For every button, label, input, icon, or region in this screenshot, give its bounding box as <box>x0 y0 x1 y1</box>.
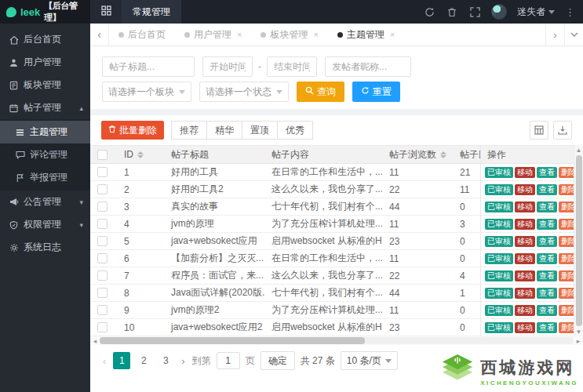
flag-button-2[interactable]: 精华 <box>206 121 242 140</box>
move-button[interactable]: 移动 <box>515 167 535 178</box>
refresh-icon[interactable] <box>423 5 435 18</box>
sidebar-item-users[interactable]: 用户管理 <box>0 51 90 74</box>
sort-icon[interactable] <box>137 151 144 158</box>
view-button[interactable]: 查看 <box>537 201 557 212</box>
delete-button[interactable]: 删除 <box>559 288 574 299</box>
view-button[interactable]: 查看 <box>537 219 557 230</box>
search-button[interactable]: 查询 <box>297 82 344 102</box>
page-button-3[interactable]: 3 <box>157 352 174 369</box>
delete-button[interactable]: 删除 <box>559 167 574 178</box>
end-time-input[interactable] <box>267 56 317 77</box>
sidebar-item-comments[interactable]: 评论管理 <box>0 143 90 166</box>
move-button[interactable]: 移动 <box>515 288 535 299</box>
flag-button-3[interactable]: 置顶 <box>242 121 278 140</box>
tab-home[interactable]: 后台首页 <box>109 24 175 45</box>
scroll-right-icon[interactable]: ▸ <box>574 337 583 345</box>
delete-button[interactable]: 删除 <box>559 305 574 316</box>
sidebar-item-logs[interactable]: 系统日志 <box>0 236 90 259</box>
vertical-scroll-thumb[interactable] <box>576 155 582 326</box>
page-size-select[interactable]: 10 条/页 <box>341 351 398 370</box>
audit-button[interactable]: 已审核 <box>485 253 513 264</box>
move-button[interactable]: 移动 <box>515 184 535 195</box>
clear-cache-icon[interactable] <box>446 5 458 18</box>
audit-button[interactable]: 已审核 <box>485 201 513 212</box>
row-checkbox[interactable] <box>97 236 107 246</box>
status-select[interactable]: 请选择一个状态 <box>199 82 289 102</box>
tab-boards[interactable]: 板块管理× <box>251 24 327 45</box>
next-page-button[interactable]: › <box>180 355 186 367</box>
row-checkbox[interactable] <box>97 270 107 281</box>
topnav-item-general[interactable]: 常规管理 <box>122 0 181 24</box>
scroll-up-icon[interactable]: ▲ <box>576 145 582 154</box>
sort-icon[interactable] <box>440 151 446 158</box>
horizontal-scroll-track[interactable] <box>100 337 574 344</box>
row-checkbox[interactable] <box>97 322 107 332</box>
tab-close-icon[interactable]: × <box>313 30 318 39</box>
view-button[interactable]: 查看 <box>537 288 557 299</box>
flag-button-4[interactable]: 优秀 <box>277 121 313 140</box>
row-checkbox[interactable] <box>97 201 107 212</box>
batch-delete-button[interactable]: 批量删除 <box>101 121 164 140</box>
view-button[interactable]: 查看 <box>537 236 557 247</box>
column-header[interactable]: 帖子浏览数 <box>382 148 453 162</box>
page-button-1[interactable]: 1 <box>113 352 130 369</box>
columns-filter-icon[interactable] <box>530 121 548 140</box>
view-button[interactable]: 查看 <box>537 270 557 281</box>
tabs-scroll-left[interactable]: ‹ <box>90 24 109 45</box>
post-title-input[interactable] <box>102 56 195 77</box>
audit-button[interactable]: 已审核 <box>485 184 513 195</box>
delete-button[interactable]: 删除 <box>559 322 574 333</box>
vertical-scrollbar[interactable]: ▲ ▼ <box>574 145 583 336</box>
move-button[interactable]: 移动 <box>515 305 535 316</box>
reset-button[interactable]: 重置 <box>352 82 400 102</box>
fullscreen-icon[interactable] <box>468 5 481 18</box>
tab-close-icon[interactable]: × <box>390 30 395 39</box>
row-checkbox[interactable] <box>97 184 107 194</box>
audit-button[interactable]: 已审核 <box>485 236 513 247</box>
audit-button[interactable]: 已审核 <box>485 219 513 230</box>
page-button-2[interactable]: 2 <box>135 352 152 369</box>
more-options-icon[interactable]: ⋮ <box>565 6 575 18</box>
row-checkbox[interactable] <box>97 167 107 177</box>
audit-button[interactable]: 已审核 <box>485 305 513 316</box>
export-icon[interactable] <box>553 121 572 140</box>
move-button[interactable]: 移动 <box>515 253 535 264</box>
row-checkbox[interactable] <box>97 305 107 315</box>
move-button[interactable]: 移动 <box>515 236 535 247</box>
prev-page-button[interactable]: ‹ <box>101 355 107 367</box>
move-button[interactable]: 移动 <box>515 201 535 212</box>
sidebar-item-permissions[interactable]: 权限管理▾ <box>0 213 90 236</box>
view-button[interactable]: 查看 <box>537 322 557 333</box>
tab-users[interactable]: 用户管理× <box>175 24 251 45</box>
delete-button[interactable]: 删除 <box>559 236 574 247</box>
row-checkbox[interactable] <box>97 288 107 298</box>
sidebar-item-home[interactable]: 后台首页 <box>0 28 90 51</box>
delete-button[interactable]: 删除 <box>559 184 574 195</box>
delete-button[interactable]: 删除 <box>559 201 574 212</box>
delete-button[interactable]: 删除 <box>559 219 574 230</box>
user-avatar[interactable] <box>491 4 507 20</box>
flag-button-1[interactable]: 推荐 <box>171 121 207 140</box>
audit-button[interactable]: 已审核 <box>485 270 513 281</box>
tabs-scroll-right[interactable]: › <box>545 24 564 45</box>
horizontal-scroll-thumb[interactable] <box>100 337 365 344</box>
column-header[interactable]: ID <box>117 149 164 160</box>
row-checkbox[interactable] <box>97 253 107 263</box>
sidebar-item-posts[interactable]: 帖子管理▴ <box>0 96 90 119</box>
goto-page-input[interactable] <box>217 352 240 369</box>
sidebar-item-announcements[interactable]: 公告管理▾ <box>0 191 90 213</box>
move-button[interactable]: 移动 <box>515 219 535 230</box>
delete-button[interactable]: 删除 <box>559 253 574 264</box>
horizontal-scrollbar[interactable]: ◂ ▸ <box>90 336 583 345</box>
view-button[interactable]: 查看 <box>537 184 557 195</box>
scroll-down-icon[interactable]: ▼ <box>576 327 582 336</box>
view-button[interactable]: 查看 <box>537 253 557 264</box>
sidebar-item-reports[interactable]: 举报管理 <box>0 166 90 189</box>
scroll-left-icon[interactable]: ◂ <box>90 337 100 345</box>
audit-button[interactable]: 已审核 <box>485 322 513 333</box>
board-select[interactable]: 请选择一个板块 <box>102 82 191 102</box>
author-nickname-input[interactable] <box>325 56 411 77</box>
row-checkbox[interactable] <box>97 219 107 229</box>
user-menu[interactable]: 迷失者 <box>517 5 555 19</box>
move-button[interactable]: 移动 <box>515 270 535 281</box>
